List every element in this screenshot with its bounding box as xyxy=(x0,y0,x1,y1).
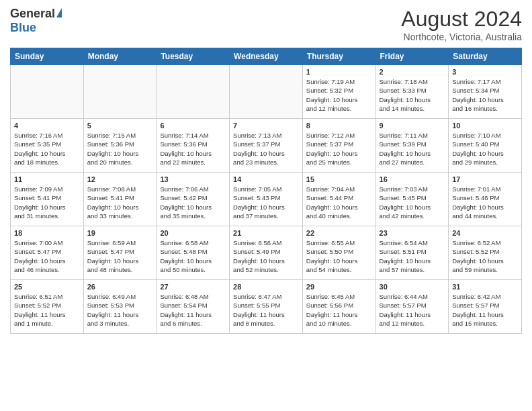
col-header-saturday: Saturday xyxy=(449,48,522,65)
day-number: 7 xyxy=(233,122,299,130)
day-number: 2 xyxy=(380,68,445,76)
calendar-cell: 13Sunrise: 7:06 AM Sunset: 5:42 PM Dayli… xyxy=(157,173,230,226)
calendar-cell: 26Sunrise: 6:49 AM Sunset: 5:53 PM Dayli… xyxy=(83,280,157,334)
calendar-cell: 9Sunrise: 7:11 AM Sunset: 5:39 PM Daylig… xyxy=(375,119,449,173)
day-info: Sunrise: 7:15 AM Sunset: 5:36 PM Dayligh… xyxy=(87,131,153,167)
calendar-cell: 6Sunrise: 7:14 AM Sunset: 5:36 PM Daylig… xyxy=(157,119,230,173)
calendar-cell: 3Sunrise: 7:17 AM Sunset: 5:34 PM Daylig… xyxy=(449,65,522,119)
title-block: August 2024 Northcote, Victoria, Austral… xyxy=(401,7,522,42)
day-number: 16 xyxy=(380,175,445,183)
day-info: Sunrise: 6:54 AM Sunset: 5:51 PM Dayligh… xyxy=(380,238,445,274)
week-row-4: 18Sunrise: 7:00 AM Sunset: 5:47 PM Dayli… xyxy=(11,226,522,280)
calendar-cell: 19Sunrise: 6:59 AM Sunset: 5:47 PM Dayli… xyxy=(83,226,157,280)
header: General Blue August 2024 Northcote, Vict… xyxy=(10,7,522,42)
day-info: Sunrise: 7:08 AM Sunset: 5:41 PM Dayligh… xyxy=(87,185,153,220)
col-header-sunday: Sunday xyxy=(11,48,84,65)
calendar-cell: 27Sunrise: 6:48 AM Sunset: 5:54 PM Dayli… xyxy=(157,280,230,334)
calendar-cell: 11Sunrise: 7:09 AM Sunset: 5:41 PM Dayli… xyxy=(11,173,84,226)
week-row-2: 4Sunrise: 7:16 AM Sunset: 5:35 PM Daylig… xyxy=(11,119,522,173)
calendar-cell: 10Sunrise: 7:10 AM Sunset: 5:40 PM Dayli… xyxy=(449,119,522,173)
calendar-cell: 17Sunrise: 7:01 AM Sunset: 5:46 PM Dayli… xyxy=(449,173,522,226)
day-info: Sunrise: 6:45 AM Sunset: 5:56 PM Dayligh… xyxy=(306,292,372,328)
day-info: Sunrise: 7:17 AM Sunset: 5:34 PM Dayligh… xyxy=(452,77,518,113)
day-info: Sunrise: 7:00 AM Sunset: 5:47 PM Dayligh… xyxy=(14,238,80,274)
day-number: 3 xyxy=(452,68,518,76)
day-info: Sunrise: 7:09 AM Sunset: 5:41 PM Dayligh… xyxy=(14,185,80,220)
day-number: 11 xyxy=(14,175,80,183)
day-info: Sunrise: 7:11 AM Sunset: 5:39 PM Dayligh… xyxy=(380,131,445,167)
calendar-cell: 24Sunrise: 6:52 AM Sunset: 5:52 PM Dayli… xyxy=(449,226,522,280)
day-number: 30 xyxy=(380,283,445,291)
day-number: 28 xyxy=(233,283,299,291)
day-info: Sunrise: 6:56 AM Sunset: 5:49 PM Dayligh… xyxy=(233,238,299,274)
header-row: SundayMondayTuesdayWednesdayThursdayFrid… xyxy=(11,48,522,65)
day-info: Sunrise: 6:59 AM Sunset: 5:47 PM Dayligh… xyxy=(87,238,153,274)
day-info: Sunrise: 7:04 AM Sunset: 5:44 PM Dayligh… xyxy=(306,185,372,220)
calendar-cell: 2Sunrise: 7:18 AM Sunset: 5:33 PM Daylig… xyxy=(375,65,449,119)
day-info: Sunrise: 6:48 AM Sunset: 5:54 PM Dayligh… xyxy=(160,292,226,328)
calendar-cell: 7Sunrise: 7:13 AM Sunset: 5:37 PM Daylig… xyxy=(230,119,303,173)
day-info: Sunrise: 6:42 AM Sunset: 5:57 PM Dayligh… xyxy=(452,292,518,328)
day-info: Sunrise: 7:18 AM Sunset: 5:33 PM Dayligh… xyxy=(380,77,445,113)
day-number: 13 xyxy=(160,175,226,183)
day-number: 9 xyxy=(380,122,445,130)
day-info: Sunrise: 7:10 AM Sunset: 5:40 PM Dayligh… xyxy=(452,131,518,167)
day-number: 20 xyxy=(160,229,226,237)
day-info: Sunrise: 7:12 AM Sunset: 5:37 PM Dayligh… xyxy=(306,131,372,167)
calendar-cell: 30Sunrise: 6:44 AM Sunset: 5:57 PM Dayli… xyxy=(375,280,449,334)
logo-blue-text: Blue xyxy=(10,21,36,35)
day-number: 31 xyxy=(452,283,518,291)
calendar-cell: 18Sunrise: 7:00 AM Sunset: 5:47 PM Dayli… xyxy=(11,226,84,280)
calendar-cell: 22Sunrise: 6:55 AM Sunset: 5:50 PM Dayli… xyxy=(302,226,375,280)
calendar-cell: 21Sunrise: 6:56 AM Sunset: 5:49 PM Dayli… xyxy=(230,226,303,280)
day-info: Sunrise: 7:05 AM Sunset: 5:43 PM Dayligh… xyxy=(233,185,299,220)
day-info: Sunrise: 6:55 AM Sunset: 5:50 PM Dayligh… xyxy=(306,238,372,274)
day-info: Sunrise: 6:44 AM Sunset: 5:57 PM Dayligh… xyxy=(380,292,445,328)
calendar-cell xyxy=(230,65,303,119)
day-number: 22 xyxy=(306,229,372,237)
day-number: 10 xyxy=(452,122,518,130)
calendar-table: SundayMondayTuesdayWednesdayThursdayFrid… xyxy=(10,48,522,334)
day-number: 5 xyxy=(87,122,153,130)
day-number: 15 xyxy=(306,175,372,183)
day-number: 18 xyxy=(14,229,80,237)
calendar-cell: 31Sunrise: 6:42 AM Sunset: 5:57 PM Dayli… xyxy=(449,280,522,334)
calendar-cell: 1Sunrise: 7:19 AM Sunset: 5:32 PM Daylig… xyxy=(302,65,375,119)
day-number: 1 xyxy=(306,68,372,76)
col-header-thursday: Thursday xyxy=(302,48,375,65)
calendar-cell: 12Sunrise: 7:08 AM Sunset: 5:41 PM Dayli… xyxy=(83,173,157,226)
day-info: Sunrise: 7:19 AM Sunset: 5:32 PM Dayligh… xyxy=(306,77,372,113)
logo-triangle-icon xyxy=(56,8,62,17)
location-subtitle: Northcote, Victoria, Australia xyxy=(401,32,522,42)
day-number: 27 xyxy=(160,283,226,291)
week-row-3: 11Sunrise: 7:09 AM Sunset: 5:41 PM Dayli… xyxy=(11,173,522,226)
col-header-friday: Friday xyxy=(375,48,449,65)
day-info: Sunrise: 7:01 AM Sunset: 5:46 PM Dayligh… xyxy=(452,185,518,220)
day-number: 14 xyxy=(233,175,299,183)
calendar-cell: 23Sunrise: 6:54 AM Sunset: 5:51 PM Dayli… xyxy=(375,226,449,280)
day-number: 29 xyxy=(306,283,372,291)
week-row-1: 1Sunrise: 7:19 AM Sunset: 5:32 PM Daylig… xyxy=(11,65,522,119)
day-number: 6 xyxy=(160,122,226,130)
col-header-tuesday: Tuesday xyxy=(157,48,230,65)
day-number: 25 xyxy=(14,283,80,291)
day-number: 19 xyxy=(87,229,153,237)
day-info: Sunrise: 7:16 AM Sunset: 5:35 PM Dayligh… xyxy=(14,131,80,167)
month-year-title: August 2024 xyxy=(401,7,522,32)
day-info: Sunrise: 6:51 AM Sunset: 5:52 PM Dayligh… xyxy=(14,292,80,328)
day-number: 21 xyxy=(233,229,299,237)
calendar-cell: 20Sunrise: 6:58 AM Sunset: 5:48 PM Dayli… xyxy=(157,226,230,280)
day-info: Sunrise: 6:47 AM Sunset: 5:55 PM Dayligh… xyxy=(233,292,299,328)
day-number: 23 xyxy=(380,229,445,237)
col-header-wednesday: Wednesday xyxy=(230,48,303,65)
calendar-cell: 28Sunrise: 6:47 AM Sunset: 5:55 PM Dayli… xyxy=(230,280,303,334)
week-row-5: 25Sunrise: 6:51 AM Sunset: 5:52 PM Dayli… xyxy=(11,280,522,334)
day-info: Sunrise: 6:49 AM Sunset: 5:53 PM Dayligh… xyxy=(87,292,153,328)
logo-general-text: General xyxy=(10,7,55,21)
calendar-cell xyxy=(157,65,230,119)
day-info: Sunrise: 7:03 AM Sunset: 5:45 PM Dayligh… xyxy=(380,185,445,220)
page: General Blue August 2024 Northcote, Vict… xyxy=(0,0,532,344)
calendar-cell: 4Sunrise: 7:16 AM Sunset: 5:35 PM Daylig… xyxy=(11,119,84,173)
calendar-cell: 5Sunrise: 7:15 AM Sunset: 5:36 PM Daylig… xyxy=(83,119,157,173)
calendar-cell xyxy=(11,65,84,119)
